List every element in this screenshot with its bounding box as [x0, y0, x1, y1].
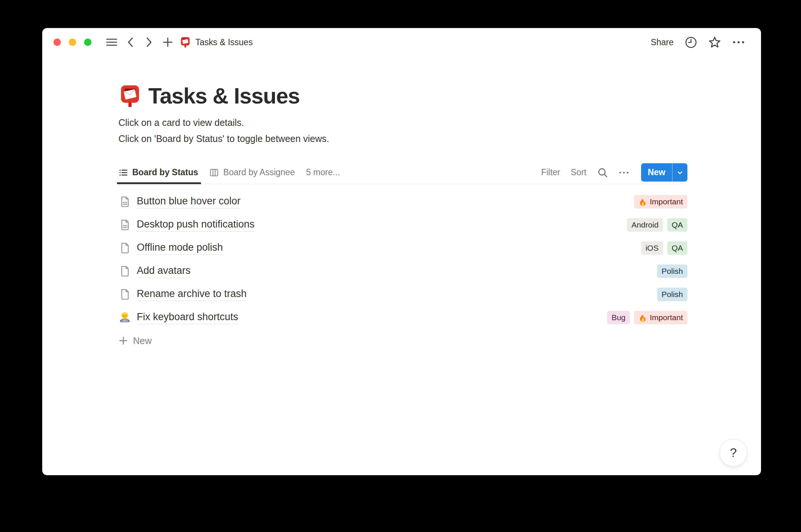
tab-label: Board by Status: [132, 167, 198, 177]
tab-board-by-status[interactable]: Board by Status: [118, 161, 198, 184]
board-view-icon: [209, 168, 219, 177]
tag-label: QA: [672, 244, 683, 253]
tab-label: Board by Assignee: [223, 167, 295, 177]
zoom-window-button[interactable]: [84, 38, 92, 46]
row-title[interactable]: Add avatars: [137, 265, 191, 278]
row-tags: Polish: [657, 265, 687, 278]
technologist-emoji-icon: [118, 311, 131, 324]
row-title[interactable]: Offline mode polish: [137, 242, 223, 255]
page-blank-icon: [118, 265, 131, 277]
search-icon: [597, 167, 608, 178]
tag-label: Important: [650, 197, 683, 206]
add-new-row-button[interactable]: New: [118, 329, 152, 352]
nav-back-button[interactable]: [123, 35, 138, 50]
favorite-button[interactable]: [707, 35, 722, 50]
table-row[interactable]: Desktop push notificationsAndroidQA: [118, 213, 687, 236]
filter-button[interactable]: Filter: [541, 167, 560, 177]
minimize-window-button[interactable]: [69, 38, 76, 46]
tag-label: Polish: [662, 290, 683, 299]
row-tags: AndroidQA: [627, 218, 687, 232]
more-ellipsis-icon: [732, 40, 745, 44]
tag-label: Android: [631, 220, 658, 229]
row-tags: iOSQA: [641, 241, 687, 255]
new-button[interactable]: New: [641, 163, 672, 182]
new-tab-button[interactable]: [160, 35, 175, 50]
fire-icon: [638, 313, 647, 322]
share-button[interactable]: Share: [646, 35, 678, 50]
view-bar: Board by Status Board by Assignee 5 more…: [118, 161, 687, 184]
sidebar-menu-button[interactable]: [104, 35, 119, 50]
chevron-left-icon: [126, 37, 135, 48]
star-icon: [708, 36, 721, 49]
row-title[interactable]: Button blue hover color: [137, 195, 241, 208]
postbox-emoji-icon: [180, 37, 191, 48]
tag-polish: Polish: [657, 288, 687, 301]
window-toolbar: Tasks & Issues Share: [42, 28, 761, 56]
list-view-icon: [118, 168, 128, 177]
fire-icon: [638, 198, 647, 206]
more-views-button[interactable]: 5 more...: [306, 167, 340, 177]
row-tags: BugImportant: [607, 311, 687, 324]
view-options-button[interactable]: [619, 171, 629, 174]
description-line: Click on a card to view details.: [118, 115, 687, 131]
more-ellipsis-icon: [619, 171, 629, 174]
table-row[interactable]: Add avatarsPolish: [118, 260, 687, 283]
history-clock-icon: [685, 36, 697, 49]
page-description: Click on a card to view details. Click o…: [118, 115, 687, 147]
new-split-button: New: [641, 163, 687, 182]
tag-label: iOS: [646, 244, 659, 253]
window-title: Tasks & Issues: [195, 37, 253, 47]
plus-icon: [163, 37, 173, 47]
table-row[interactable]: Button blue hover colorImportant: [118, 190, 687, 213]
chevron-right-icon: [145, 37, 154, 48]
tag-label: Bug: [612, 313, 625, 322]
postbox-emoji-icon[interactable]: [118, 84, 142, 108]
traffic-lights: [53, 38, 92, 46]
sort-button[interactable]: Sort: [571, 167, 587, 177]
row-title[interactable]: Fix keyboard shortcuts: [137, 311, 238, 324]
tag-ios: iOS: [641, 241, 663, 255]
tab-board-by-assignee[interactable]: Board by Assignee: [209, 161, 295, 184]
page-options-button[interactable]: [731, 35, 746, 50]
hamburger-menu-icon: [106, 38, 117, 47]
new-dropdown-button[interactable]: [672, 163, 687, 182]
tag-label: Important: [650, 313, 683, 322]
description-line: Click on 'Board by Status' to toggle bet…: [118, 131, 687, 147]
breadcrumb[interactable]: Tasks & Issues: [180, 37, 253, 48]
page-blank-icon: [118, 288, 131, 300]
page-title: Tasks & Issues: [148, 83, 300, 109]
row-tags: Important: [634, 195, 687, 208]
plus-icon: [118, 336, 128, 346]
tag-important: Important: [634, 195, 687, 208]
row-title[interactable]: Desktop push notifications: [137, 219, 254, 232]
tag-important: Important: [634, 311, 687, 324]
app-window: Tasks & Issues Share: [42, 28, 761, 475]
tag-qa: QA: [667, 241, 687, 255]
nav-forward-button[interactable]: [142, 35, 157, 50]
row-tags: Polish: [657, 288, 687, 301]
tag-bug: Bug: [607, 311, 630, 324]
tag-label: Polish: [662, 267, 683, 276]
chevron-down-icon: [676, 168, 684, 177]
close-window-button[interactable]: [53, 38, 61, 46]
table-row[interactable]: Rename archive to trashPolish: [118, 283, 687, 306]
tag-label: QA: [672, 220, 683, 229]
search-button[interactable]: [597, 167, 608, 178]
tag-qa: QA: [667, 218, 687, 232]
updates-button[interactable]: [683, 35, 698, 50]
page-text-icon: [118, 219, 131, 231]
task-list: Button blue hover colorImportantDesktop …: [118, 190, 687, 329]
row-title[interactable]: Rename archive to trash: [137, 288, 247, 301]
page-text-icon: [118, 196, 131, 208]
page-blank-icon: [118, 242, 131, 254]
table-row[interactable]: Fix keyboard shortcutsBugImportant: [118, 306, 687, 329]
add-new-row-label: New: [133, 335, 152, 346]
tag-polish: Polish: [657, 265, 687, 278]
tag-android: Android: [627, 218, 663, 232]
help-button[interactable]: ?: [720, 439, 747, 467]
table-row[interactable]: Offline mode polishiOSQA: [118, 236, 687, 260]
